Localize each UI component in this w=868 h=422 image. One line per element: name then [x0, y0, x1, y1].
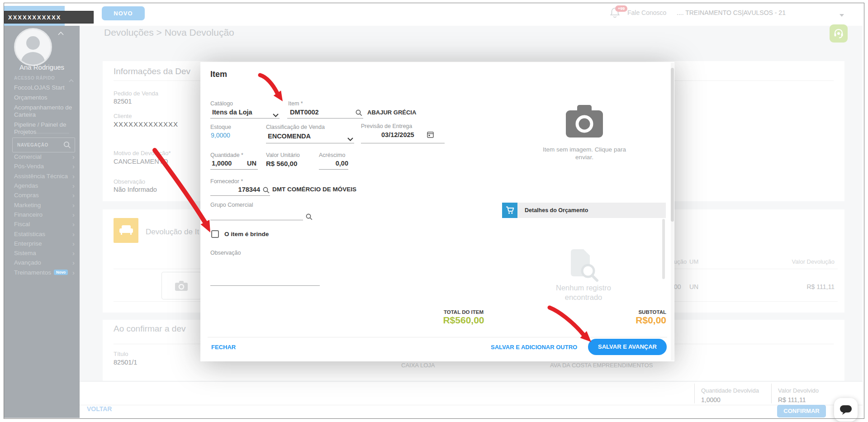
- quantidade-underline: [210, 169, 258, 170]
- sidebar-nav-item[interactable]: Comercial: [14, 152, 75, 161]
- info-card-title: Informações da Dev: [114, 66, 190, 76]
- item-search-icon[interactable]: [356, 109, 362, 118]
- sidebar-search-input[interactable]: [16, 142, 63, 148]
- estoque-value[interactable]: 9,0000: [211, 132, 230, 139]
- fechar-button[interactable]: FECHAR: [211, 344, 236, 351]
- previsao-underline: [361, 143, 445, 143]
- novo-button[interactable]: NOVO: [102, 6, 145, 20]
- titulo-label: Título: [114, 351, 128, 357]
- background-text-caixa: CAIXA LOJA: [401, 362, 435, 369]
- fale-conosco-link[interactable]: Fale Conosco: [627, 9, 666, 16]
- total-label: TOTAL DO ITEM: [430, 309, 498, 315]
- confirm-card-title: Ao confirmar a dev: [114, 324, 185, 334]
- table-row-um: UN: [689, 283, 698, 290]
- chevron-down-icon[interactable]: [347, 135, 353, 143]
- sidebar-nav-item[interactable]: Financeiro: [14, 210, 75, 219]
- support-headset-icon[interactable]: [830, 24, 848, 43]
- quick-access-item[interactable]: Orçamentos: [14, 94, 75, 101]
- table-row-partial: 00: [674, 283, 681, 290]
- estoque-label: Estoque: [210, 124, 231, 130]
- sidebar-nav-item[interactable]: Treinamentos Novo: [14, 268, 75, 277]
- item-label: Item *: [288, 100, 303, 107]
- field-label: Motivo de Devolução*: [114, 150, 171, 156]
- quick-access-item[interactable]: FoccoLOJAS Start: [14, 84, 75, 91]
- sidebar-nav-item[interactable]: Avançado: [14, 258, 75, 267]
- cart-icon: [502, 203, 517, 218]
- field-value: XXXXXXXXXXXXX: [114, 120, 178, 128]
- field-value: 82501: [114, 98, 132, 105]
- sidebar-search-box[interactable]: [12, 138, 75, 152]
- salvar-avancar-button[interactable]: SALVAR E AVANÇAR: [588, 339, 667, 355]
- quick-access-section-label: ACESSO RÁPIDO: [14, 76, 55, 81]
- catalogo-select[interactable]: Itens da Loja: [212, 109, 252, 116]
- qty-devolvida-label: Quantidade Devolvida: [701, 387, 759, 394]
- sidebar-nav-item[interactable]: Marketing: [14, 200, 75, 209]
- search-icon: [63, 141, 71, 149]
- quantidade-label: Quantidade *: [210, 152, 243, 158]
- sidebar-divider: [14, 133, 69, 133]
- avatar[interactable]: [14, 28, 52, 66]
- sidebar-nav-item[interactable]: Fiscal: [14, 219, 75, 229]
- collapse-profile-chevron-up-icon[interactable]: [58, 29, 64, 37]
- quick-access-item[interactable]: Pipeline / Painel de Projetos: [14, 121, 75, 136]
- items-card-title: Devolução de It: [146, 228, 199, 237]
- chat-widget-button[interactable]: [834, 398, 858, 422]
- item-thumbnail-camera-icon[interactable]: [161, 272, 201, 299]
- valor-devolvido-value: R$ 111,11: [778, 396, 806, 403]
- calendar-icon[interactable]: [427, 131, 434, 140]
- grupo-comercial-underline[interactable]: [210, 220, 303, 220]
- confirmar-button[interactable]: CONFIRMAR: [777, 405, 826, 417]
- novo-badge: Novo: [54, 270, 68, 275]
- chevron-down-icon[interactable]: [839, 11, 844, 19]
- empty-state-text: Nenhum registro encontrado: [538, 283, 629, 302]
- item-image-upload-camera-icon[interactable]: [566, 104, 603, 141]
- valor-unitario-value: R$ 560,00: [266, 160, 297, 167]
- valor-devolvido-label: Valor Devolvido: [778, 387, 819, 394]
- sidebar-nav-item[interactable]: Pós-Venda: [14, 161, 75, 171]
- observacao-input-underline[interactable]: [210, 285, 320, 286]
- speech-bubble-icon: [840, 404, 852, 415]
- account-selector[interactable]: .... TREINAMENTO CS|AVULSOS - 21: [677, 9, 786, 16]
- sidebar-nav-item[interactable]: Enterprise: [14, 239, 75, 248]
- total-value: R$560,00: [430, 315, 498, 326]
- modal-scrollbar-thumb[interactable]: [671, 68, 674, 222]
- item-input[interactable]: DMT0002: [290, 109, 319, 116]
- modal-title: Item: [210, 70, 227, 79]
- item-description: ABAJUR GRÉCIA: [367, 109, 416, 116]
- classificacao-select[interactable]: ENCOMENDA: [268, 133, 311, 140]
- salvar-adicionar-outro-button[interactable]: SALVAR E ADICIONAR OUTRO: [491, 344, 577, 351]
- fornecedor-search-icon[interactable]: [263, 187, 270, 195]
- catalogo-label: Catálogo: [210, 100, 233, 107]
- classificacao-label: Classificação de Venda: [266, 124, 325, 130]
- previsao-label: Previsão de Entrega: [361, 123, 412, 129]
- quantidade-input[interactable]: 1,0000: [212, 160, 232, 167]
- total-do-item: TOTAL DO ITEM R$560,00: [430, 309, 498, 326]
- sidebar-nav-item[interactable]: Agendas: [14, 181, 75, 190]
- fornecedor-label: Fornecedor *: [210, 178, 243, 185]
- item-image-hint[interactable]: Item sem imagem. Clique para enviar.: [537, 146, 632, 161]
- fornecedor-underline: [210, 195, 270, 196]
- brinde-checkbox[interactable]: [211, 230, 219, 238]
- sidebar-nav-item[interactable]: Sistema: [14, 248, 75, 258]
- fornecedor-input[interactable]: 178344: [210, 186, 260, 193]
- quick-access-chevron-up-icon[interactable]: [69, 76, 74, 84]
- panel-scrollbar-thumb[interactable]: [662, 219, 665, 279]
- previsao-input[interactable]: 03/12/2025: [381, 131, 414, 138]
- quick-access-item[interactable]: Acompanhamento de Carteira: [14, 104, 75, 119]
- qty-devolvida-value: 1,0000: [701, 396, 721, 403]
- breadcrumb: Devoluções > Nova Devolução: [104, 27, 234, 38]
- table-row-valor: R$ 111,11: [744, 283, 835, 290]
- orcamento-panel-title: Detalhes do Orçamento: [525, 207, 588, 213]
- sidebar-nav-item[interactable]: Compras: [14, 190, 75, 200]
- empty-state-document-search-icon: [568, 248, 599, 284]
- field-label: Observação: [114, 178, 145, 185]
- grupo-search-icon[interactable]: [306, 213, 313, 222]
- sidebar-nav-item[interactable]: Assistência Técnica: [14, 171, 75, 181]
- field-value: Não Informado: [114, 186, 157, 193]
- sidebar-nav-item[interactable]: Estatísticas: [14, 229, 75, 238]
- notification-badge: +99: [615, 5, 627, 12]
- voltar-button[interactable]: VOLTAR: [87, 405, 112, 413]
- subtotal-label: SUBTOTAL: [598, 309, 666, 315]
- acrescimo-input[interactable]: 0,00: [319, 160, 348, 167]
- company-name-box[interactable]: XXXXXXXXXXX: [4, 11, 94, 24]
